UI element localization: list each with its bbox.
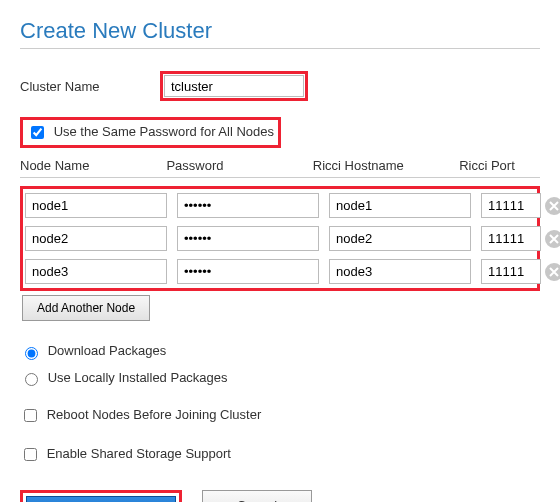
cluster-name-label: Cluster Name: [20, 79, 160, 94]
table-row: [25, 259, 535, 284]
node-password-input[interactable]: [177, 226, 319, 251]
download-packages-label: Download Packages: [48, 343, 167, 358]
delete-node-icon[interactable]: [545, 230, 560, 248]
node-hostname-input[interactable]: [329, 193, 471, 218]
node-name-input[interactable]: [25, 226, 167, 251]
delete-node-icon[interactable]: [545, 197, 560, 215]
node-password-input[interactable]: [177, 193, 319, 218]
delete-node-icon[interactable]: [545, 263, 560, 281]
node-rows-group: [20, 186, 540, 291]
table-row: [25, 193, 535, 218]
node-name-input[interactable]: [25, 259, 167, 284]
add-node-button[interactable]: Add Another Node: [22, 295, 150, 321]
create-cluster-button[interactable]: Create Cluster: [26, 496, 176, 502]
node-name-input[interactable]: [25, 193, 167, 218]
cancel-button[interactable]: Cancel: [202, 490, 312, 502]
col-ricci-port: Ricci Port: [459, 158, 517, 173]
local-packages-radio[interactable]: [25, 373, 38, 386]
shared-storage-label: Enable Shared Storage Support: [47, 446, 231, 461]
shared-storage-checkbox[interactable]: [24, 448, 37, 461]
col-node-name: Node Name: [20, 158, 156, 173]
same-password-row: Use the Same Password for All Nodes: [20, 117, 281, 148]
same-password-checkbox[interactable]: [31, 126, 44, 139]
reboot-nodes-label: Reboot Nodes Before Joining Cluster: [47, 407, 262, 422]
col-ricci-hostname: Ricci Hostname: [313, 158, 449, 173]
cluster-name-input[interactable]: [164, 75, 304, 97]
reboot-nodes-checkbox[interactable]: [24, 409, 37, 422]
node-port-input[interactable]: [481, 193, 541, 218]
page-title: Create New Cluster: [20, 18, 540, 49]
node-password-input[interactable]: [177, 259, 319, 284]
node-hostname-input[interactable]: [329, 226, 471, 251]
node-hostname-input[interactable]: [329, 259, 471, 284]
col-password: Password: [166, 158, 302, 173]
local-packages-label: Use Locally Installed Packages: [48, 370, 228, 385]
node-port-input[interactable]: [481, 226, 541, 251]
table-row: [25, 226, 535, 251]
download-packages-radio[interactable]: [25, 347, 38, 360]
node-table-header: Node Name Password Ricci Hostname Ricci …: [20, 158, 540, 178]
node-port-input[interactable]: [481, 259, 541, 284]
same-password-label: Use the Same Password for All Nodes: [54, 124, 274, 139]
